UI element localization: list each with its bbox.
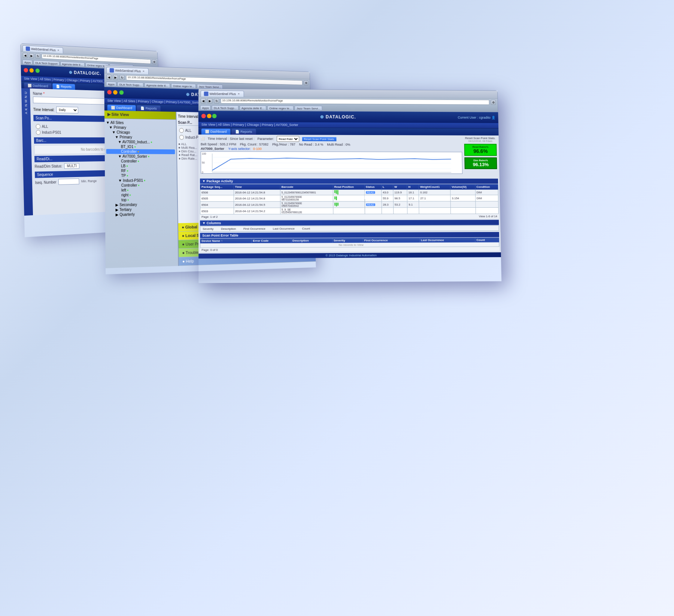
radio-induct-input-2[interactable] (179, 135, 184, 140)
tree-controller-2[interactable]: Controller ● (106, 159, 175, 164)
table-row: 6503 2016-04-12 14:21:54.2 5_9_SE0123456… (200, 207, 499, 214)
radio-all-input[interactable] (36, 124, 40, 129)
reset-scan-point-btn[interactable]: Reset Scan Point Stats. (302, 137, 336, 141)
th-l: L (381, 185, 393, 190)
fwd-btn-1[interactable]: ▶ (29, 53, 34, 58)
min-btn-1[interactable] (30, 68, 34, 73)
max-btn-1[interactable] (35, 68, 40, 73)
dim-rate-display: Dim Rates% 96.13% (464, 157, 497, 169)
max-btn-2[interactable] (119, 90, 124, 95)
tree-induct-ps01[interactable]: ▼ Induct-PS01 ● (106, 178, 175, 183)
tab-reports-3[interactable]: 📄 Reports (231, 129, 256, 135)
tree-bt101[interactable]: BT_IO1 ● (106, 144, 175, 149)
time-interval-select[interactable]: Daily Weekly Monthly Quarterly (56, 107, 78, 113)
browser-tab-2[interactable]: WebSentinel Plus × (106, 67, 149, 74)
logo-icon-1: ⊕ (69, 70, 73, 75)
tab-reports-2[interactable]: 📄 Reports (137, 105, 160, 112)
user-icon-3: 👤 (491, 116, 495, 119)
device-name: AV7000_Sorter (201, 147, 224, 150)
bookmark-dla-3[interactable]: DLA Tech Supp... (212, 105, 239, 110)
cell-condition (476, 201, 498, 208)
bookmark-apps-3[interactable]: Apps (200, 105, 211, 110)
back-btn-3[interactable]: ◀ (201, 98, 206, 103)
tree-lb[interactable]: LB ● (106, 164, 175, 168)
settings-btn-3[interactable]: ⚙ (491, 100, 496, 105)
bookmark-agenzia-2[interactable]: Agenzia delle E... (145, 82, 170, 88)
tab-close-1[interactable]: × (57, 48, 60, 52)
w3-stats-top: ⬜ Time Interval : Since last reset : Par… (198, 135, 500, 176)
fwd-btn-3[interactable]: ▶ (207, 98, 213, 104)
cell-l: 43.0 (381, 189, 393, 195)
required-asterisk: * (43, 92, 45, 96)
close-btn-3[interactable] (201, 114, 206, 118)
radio-all-input-2[interactable] (179, 128, 183, 133)
min-btn-2[interactable] (113, 90, 118, 95)
w3-footer: © 2015 Datalogic Industrial Automation (198, 252, 501, 259)
cell-w: 119.9 (393, 189, 407, 195)
reload-btn-1[interactable]: ↻ (35, 54, 40, 59)
tree-av7000-sorter[interactable]: ▼ AV7000_Sorter ● (106, 154, 175, 159)
main-container: WebSentinel Plus × ◀ ▶ ↻ 10.139.10.88:80… (0, 0, 674, 616)
multi-read: Multi Read : 0% (327, 143, 350, 146)
view-count: View 1-6 of 14 (479, 215, 497, 218)
settings-btn-1[interactable]: ⚙ (152, 60, 157, 64)
bookmark-regex-3[interactable]: Online regex te... (267, 106, 294, 110)
tree-controller-1[interactable]: Controller ● (106, 149, 175, 154)
address-input-3[interactable]: 10.139.10.88:8080/RemoteMonitor/homePage (221, 98, 489, 105)
back-btn-1[interactable]: ◀ (23, 53, 28, 58)
cell-volume (451, 208, 476, 214)
reload-btn-3[interactable]: ↻ (214, 98, 219, 104)
tab-close-3[interactable]: × (237, 92, 241, 96)
svg-line-4 (212, 168, 451, 169)
settings-btn-2[interactable]: ⚙ (304, 80, 308, 85)
cell-time: 2016-04-12 14:21:54.2 (234, 208, 280, 214)
w3-content: ▼ Package Activity Package Seq... Time B… (198, 176, 501, 254)
cell-barcode: 5_9_SE0123456789012E (280, 208, 333, 214)
green-bars-3 (334, 203, 338, 207)
bookmark-apps-1[interactable]: Apps (22, 60, 33, 65)
reload-btn-2[interactable]: ↻ (119, 75, 125, 80)
cell-readpos (333, 201, 364, 208)
eth-device: Device Name ↑ (200, 238, 252, 243)
bookmark-agenzia-1[interactable]: Agenzia delle E... (60, 61, 85, 67)
cell-h: 18.1 (407, 189, 419, 195)
bookmark-agenzia-3[interactable]: Agenzia delle E... (240, 105, 266, 110)
pagination-row: Page: 1 of 2 View 1-6 of 14 (200, 214, 499, 219)
tab-dashboard-2[interactable]: ⬜ Dashboard (107, 105, 136, 111)
y-axis-range: 0-100 (253, 147, 262, 151)
cell-l: 28.3 (382, 201, 394, 208)
param-select[interactable]: Read Rate (277, 136, 299, 142)
svg-line-1 (212, 172, 451, 173)
close-btn-1[interactable] (24, 68, 28, 73)
columns-row: Severity Description First Occurrence La… (200, 225, 499, 232)
grain-icon: ⬜ (201, 137, 205, 140)
tree-rf[interactable]: RF ● (106, 168, 175, 173)
green-bars-2 (334, 196, 337, 200)
error-table-title: Scan Point Error Table (200, 232, 499, 238)
bookmark-dla-2[interactable]: DLA Tech Supp... (118, 82, 143, 87)
bookmark-apps-2[interactable]: Apps (106, 81, 116, 86)
bookmark-dla-1[interactable]: DLA Tech Support (33, 60, 59, 66)
browser-tab-3[interactable]: WebSentinel Plus × (201, 90, 244, 97)
count-col: Count (302, 227, 310, 230)
dot-tp: ● (127, 174, 128, 177)
cell-condition (476, 207, 498, 214)
back-btn-2[interactable]: ◀ (106, 74, 112, 80)
table-row: 6506 2016-04-12 14:21:54.8 5_01234567890… (200, 189, 498, 195)
tree-tp[interactable]: TP ● (106, 173, 175, 178)
tab-close-2[interactable]: × (142, 69, 146, 73)
bookmark-regex-2[interactable]: Online regex te... (171, 83, 196, 88)
tab-reports-1[interactable]: 📄 Reports (52, 83, 75, 90)
fwd-btn-2[interactable]: ▶ (113, 75, 118, 80)
dot-controller1: ● (137, 150, 139, 153)
iseq-input[interactable] (58, 179, 79, 185)
close-btn-2[interactable] (107, 90, 112, 94)
min-btn-3[interactable] (207, 114, 211, 118)
max-btn-3[interactable] (212, 114, 217, 118)
tree-quarterly[interactable]: ▶ Quarterly (107, 211, 176, 217)
tree-controller-3[interactable]: Controller ● (106, 183, 175, 188)
radio-induct-input[interactable] (36, 130, 41, 135)
site-view-arrow: ▶ (107, 112, 112, 116)
bookmark-jazz-3[interactable]: Jazz Team Servi... (295, 106, 322, 110)
tab-dashboard-3[interactable]: ⬜ Dashboard (201, 129, 231, 135)
